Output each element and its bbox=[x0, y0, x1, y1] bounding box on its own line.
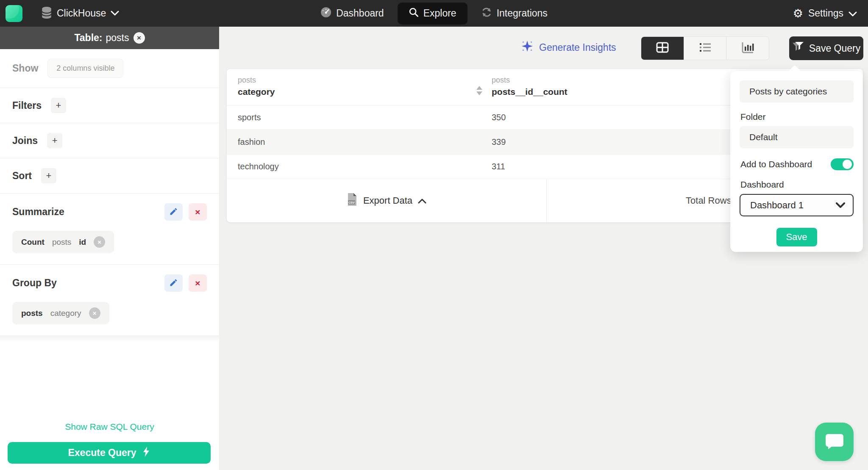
chat-bubble-icon bbox=[825, 432, 844, 452]
nav-explore[interactable]: Explore bbox=[398, 3, 467, 25]
dashboard-select[interactable]: Dashboard 1 bbox=[740, 194, 854, 216]
database-selector[interactable]: ClickHouse bbox=[41, 6, 119, 21]
nav-dashboard[interactable]: Dashboard bbox=[318, 3, 387, 25]
chevron-up-icon bbox=[418, 195, 426, 206]
search-icon bbox=[409, 7, 419, 20]
edit-group-by-button[interactable] bbox=[164, 274, 183, 292]
view-toggle-group bbox=[641, 36, 769, 60]
table-header-bar: Table:posts × bbox=[0, 27, 219, 49]
app-logo[interactable] bbox=[6, 5, 22, 22]
folder-input[interactable] bbox=[740, 126, 854, 148]
gear-icon: ⚙ bbox=[793, 8, 803, 19]
export-data-button[interactable]: CSV Export Data bbox=[227, 179, 547, 222]
pencil-icon bbox=[169, 278, 178, 288]
column-name: category bbox=[238, 87, 275, 97]
chevron-down-icon bbox=[836, 200, 845, 211]
summarize-chip: Count posts id × bbox=[12, 231, 114, 253]
export-data-label: Export Data bbox=[363, 195, 412, 206]
cell-category: technology bbox=[227, 162, 492, 171]
close-table-icon[interactable]: × bbox=[134, 32, 145, 44]
filters-section: Filters + bbox=[0, 88, 219, 123]
brand-area: ClickHouse bbox=[6, 5, 119, 22]
query-name-input[interactable] bbox=[740, 80, 854, 102]
add-to-dashboard-toggle[interactable] bbox=[831, 158, 854, 170]
joins-label: Joins bbox=[12, 135, 38, 147]
chart-view-icon bbox=[741, 41, 754, 55]
table-view-icon bbox=[656, 42, 669, 55]
chip-aggregation: Count bbox=[21, 238, 45, 247]
sparkle-icon bbox=[521, 40, 534, 55]
group-by-section: Group By × posts category × bbox=[0, 265, 219, 335]
generate-insights-label: Generate Insights bbox=[539, 42, 616, 53]
delete-group-by-button[interactable]: × bbox=[189, 274, 207, 292]
sidebar-card-shadow bbox=[0, 335, 219, 342]
chevron-down-icon bbox=[849, 8, 857, 19]
chart-view-button[interactable] bbox=[726, 37, 769, 60]
nav-explore-label: Explore bbox=[423, 8, 456, 19]
delete-summarize-button[interactable]: × bbox=[189, 203, 207, 221]
summarize-label: Summarize bbox=[12, 206, 64, 218]
dashboard-select-value: Dashboard 1 bbox=[750, 200, 804, 211]
chip-column: category bbox=[50, 309, 81, 318]
csv-file-icon: CSV bbox=[347, 193, 358, 209]
chip-column: id bbox=[79, 238, 86, 247]
remove-chip-icon[interactable]: × bbox=[94, 236, 105, 248]
top-navigation-bar: ClickHouse Dashboard Explore bbox=[0, 0, 868, 27]
table-view-button[interactable] bbox=[641, 37, 684, 60]
chip-table: posts bbox=[21, 309, 43, 318]
add-sort-button[interactable]: + bbox=[41, 168, 56, 183]
chip-table: posts bbox=[52, 238, 71, 247]
funnel-icon bbox=[792, 41, 804, 55]
list-view-button[interactable] bbox=[684, 37, 727, 60]
pencil-icon bbox=[169, 207, 178, 217]
add-to-dashboard-label: Add to Dashboard bbox=[740, 159, 812, 169]
execute-query-label: Execute Query bbox=[68, 447, 136, 459]
group-by-label: Group By bbox=[12, 277, 57, 289]
sort-icon[interactable] bbox=[476, 86, 482, 95]
column-header-category[interactable]: posts category bbox=[227, 69, 492, 105]
settings-menu[interactable]: ⚙ Settings bbox=[793, 8, 857, 19]
nav-integrations[interactable]: Integrations bbox=[479, 3, 550, 25]
sync-icon bbox=[481, 7, 492, 20]
column-group: posts bbox=[238, 76, 275, 85]
group-by-chip: posts category × bbox=[12, 302, 109, 324]
nav-dashboard-label: Dashboard bbox=[336, 8, 384, 19]
cell-category: fashion bbox=[227, 137, 492, 147]
nav-integrations-label: Integrations bbox=[497, 8, 548, 19]
folder-label: Folder bbox=[740, 112, 854, 122]
toggle-knob bbox=[843, 160, 852, 169]
database-name: ClickHouse bbox=[57, 8, 106, 19]
svg-text:CSV: CSV bbox=[348, 201, 355, 204]
generate-insights-button[interactable]: Generate Insights bbox=[521, 40, 616, 55]
joins-section: Joins + bbox=[0, 123, 219, 158]
cell-count: 311 bbox=[492, 162, 505, 171]
save-button[interactable]: Save bbox=[776, 228, 817, 246]
save-query-label: Save Query bbox=[809, 43, 860, 54]
settings-label: Settings bbox=[808, 8, 843, 19]
list-view-icon bbox=[699, 42, 712, 55]
edit-summarize-button[interactable] bbox=[164, 203, 183, 221]
add-join-button[interactable]: + bbox=[47, 133, 62, 148]
summarize-section: Summarize × Count posts id × bbox=[0, 194, 219, 265]
database-icon bbox=[41, 6, 52, 21]
show-raw-sql-link[interactable]: Show Raw SQL Query bbox=[0, 422, 219, 432]
chat-widget-button[interactable] bbox=[815, 423, 854, 461]
columns-visible-pill[interactable]: 2 columns visible bbox=[47, 59, 123, 78]
main-nav: Dashboard Explore Integrations bbox=[318, 0, 550, 27]
save-query-button[interactable]: Save Query bbox=[789, 36, 863, 60]
save-query-popover: Folder Add to Dashboard Dashboard Dashbo… bbox=[730, 71, 863, 252]
query-builder-sidebar: Table:posts × Show 2 columns visible Fil… bbox=[0, 27, 219, 470]
execute-query-button[interactable]: Execute Query bbox=[8, 442, 211, 464]
table-title: Table:posts bbox=[74, 32, 129, 44]
results-controls-row: Generate Insights bbox=[219, 36, 868, 60]
gauge-icon bbox=[320, 7, 331, 20]
sort-label: Sort bbox=[12, 170, 32, 182]
app-screen: ClickHouse Dashboard Explore bbox=[0, 0, 868, 470]
remove-chip-icon[interactable]: × bbox=[89, 307, 100, 319]
sort-section: Sort + bbox=[0, 158, 219, 194]
cell-category: sports bbox=[227, 113, 492, 122]
dashboard-label: Dashboard bbox=[740, 180, 854, 190]
add-filter-button[interactable]: + bbox=[51, 98, 66, 113]
show-label: Show bbox=[12, 63, 38, 74]
show-section: Show 2 columns visible bbox=[0, 49, 219, 88]
